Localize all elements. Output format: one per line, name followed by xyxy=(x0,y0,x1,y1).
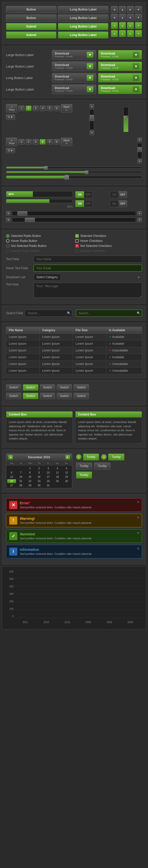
next-btn-1[interactable]: Next » xyxy=(61,104,72,113)
switch-btn-2-2[interactable]: Switch xyxy=(23,393,38,399)
tooltip-btn-2[interactable]: Tooltip xyxy=(108,454,124,461)
download-btn-green-3[interactable]: DownloadFreeware - 9.5mb ▼ xyxy=(98,73,142,83)
more-btn-2[interactable]: 5 ▼ xyxy=(6,148,15,153)
switch-btn-2-4[interactable]: Switch xyxy=(57,393,72,399)
checkbox-unselected-icon[interactable] xyxy=(75,244,79,248)
arrow-right-green[interactable]: ► xyxy=(127,22,134,29)
tooltip-btn-3[interactable]: Tooltip xyxy=(76,463,92,469)
alert-success-close[interactable]: ✕ xyxy=(137,531,140,535)
cal-day-10[interactable]: 10 xyxy=(44,471,53,474)
page-6-2[interactable]: 6 xyxy=(54,139,60,145)
cal-day-24[interactable]: 24 xyxy=(44,479,53,483)
download-btn-green-4[interactable]: DownloadFreeware - 9.5mb ▼ xyxy=(98,85,142,94)
arrow-right-1[interactable]: ► xyxy=(127,6,134,13)
cal-day-14[interactable]: 14 xyxy=(17,475,25,479)
switch-btn-1-4[interactable]: Switch xyxy=(57,384,72,391)
cal-day-13[interactable]: 13 xyxy=(7,475,16,479)
page-4-2[interactable]: 4 xyxy=(40,139,46,145)
arrow-up-1[interactable]: ▲ xyxy=(119,6,126,13)
cal-day-7[interactable]: 7 xyxy=(17,471,25,474)
page-3-1[interactable]: 3 xyxy=(33,105,39,111)
vertical-slider-thumb[interactable] xyxy=(124,116,128,118)
slider-track-3[interactable] xyxy=(6,176,142,179)
arrow-left-1[interactable]: ◄ xyxy=(111,6,118,13)
cal-day-22[interactable]: 22 xyxy=(26,479,34,483)
tooltip-btn-5[interactable]: Tooltip xyxy=(76,471,92,478)
scroll-handle-2[interactable] xyxy=(25,218,35,222)
download-btn-dark-3[interactable]: DownloadFreeware - 9.5mb ▼ xyxy=(52,73,96,83)
cal-day-30[interactable]: 30 xyxy=(35,484,44,487)
arrow-up-green-2[interactable]: ▲ xyxy=(119,30,126,37)
cal-day-15[interactable]: 15 xyxy=(26,475,34,479)
cal-day-6[interactable]: 6 xyxy=(7,471,16,474)
button-1[interactable]: Button xyxy=(6,6,56,13)
page-2-1[interactable]: 2 xyxy=(26,105,32,111)
cal-day-20-today[interactable]: 20 xyxy=(7,479,16,483)
text-field-input[interactable] xyxy=(33,256,142,262)
download-btn-green-1[interactable]: DownloadFreeware - 9.5mb ▼ xyxy=(98,50,142,60)
scroll-handle-right[interactable] xyxy=(138,147,142,152)
arrow-down-green-2[interactable]: ▼ xyxy=(135,30,142,37)
submit-2[interactable]: Submit xyxy=(6,32,56,38)
cal-day-1[interactable]: 1 xyxy=(26,467,34,470)
hover-text-field-input[interactable] xyxy=(33,265,142,272)
long-button-2[interactable]: Long Button Label xyxy=(58,14,108,22)
page-5-1[interactable]: 5 xyxy=(47,105,53,111)
checkbox-selected-icon[interactable] xyxy=(75,234,79,238)
switch-btn-1-2[interactable]: Switch xyxy=(23,384,38,391)
cal-day-18[interactable]: 18 xyxy=(53,475,62,479)
prev-btn-2[interactable]: « Prev xyxy=(6,137,17,146)
cal-day-27[interactable]: 27 xyxy=(7,484,16,487)
slider-track-2[interactable] xyxy=(6,171,142,173)
cal-day-21[interactable]: 21 xyxy=(17,479,25,483)
toggle-1[interactable]: ON OFF xyxy=(75,191,93,198)
switch-btn-2-1[interactable]: Switch xyxy=(6,393,21,399)
page-6-1[interactable]: 6 xyxy=(54,105,60,111)
page-1-1[interactable]: 1 xyxy=(18,105,24,111)
alert-error-close[interactable]: ✕ xyxy=(137,500,140,504)
tooltip-btn-4[interactable]: Tooltip xyxy=(94,463,110,469)
cal-day-5[interactable]: 5 xyxy=(62,467,71,470)
slider-track-1[interactable] xyxy=(6,166,142,168)
search-input-2[interactable] xyxy=(76,310,142,317)
toggle-4[interactable]: ON OFF xyxy=(109,200,127,207)
scroll-up-arrow[interactable]: ▲ xyxy=(90,104,94,108)
calendar-next[interactable]: ► xyxy=(66,455,70,460)
cal-day-31[interactable]: 31 xyxy=(44,484,53,487)
button-2[interactable]: Button xyxy=(6,14,56,22)
scroll-arrow-right-up[interactable]: ▲ xyxy=(138,137,142,142)
cal-day-29[interactable]: 29 xyxy=(26,484,34,487)
cal-day-26[interactable]: 26 xyxy=(62,479,71,483)
calendar-prev[interactable]: ◄ xyxy=(8,455,13,460)
cal-day-2[interactable]: 2 xyxy=(35,467,44,470)
arrow-left-2[interactable]: ◄ xyxy=(111,14,118,21)
arrow-right-green-2[interactable]: ► xyxy=(127,30,134,37)
page-1-2[interactable]: 1 xyxy=(18,139,24,145)
switch-btn-2-5[interactable]: Switch xyxy=(74,393,89,399)
alert-warning-close[interactable]: ✕ xyxy=(137,516,140,520)
cal-day-12[interactable]: 12 xyxy=(62,471,71,474)
scroll-down-arrow[interactable]: ▼ xyxy=(90,131,94,135)
download-btn-dark-1[interactable]: DownloadFreeware - 9.5mb ▼ xyxy=(52,50,96,60)
prev-btn-1[interactable]: « Prev xyxy=(6,104,17,113)
next-btn-2[interactable]: Next » xyxy=(61,137,72,146)
arrow-right-2[interactable]: ► xyxy=(127,14,134,21)
long-button-green-2[interactable]: Long Button Label xyxy=(58,32,108,38)
page-5-2[interactable]: 5 xyxy=(47,139,53,145)
radio-unselected-icon[interactable] xyxy=(6,244,9,248)
scroll-right-1[interactable]: ► xyxy=(138,211,142,216)
vertical-scroll-handle[interactable] xyxy=(90,115,94,121)
arrow-down-1[interactable]: ▼ xyxy=(135,6,142,13)
cal-day-9[interactable]: 9 xyxy=(35,471,44,474)
scroll-left-2[interactable]: ◄ xyxy=(6,218,10,222)
cal-day-8[interactable]: 8 xyxy=(26,471,34,474)
arrow-up-2[interactable]: ▲ xyxy=(119,14,126,21)
cal-day-16[interactable]: 16 xyxy=(35,475,44,479)
page-2-2[interactable]: 2 xyxy=(26,139,32,145)
textarea-input[interactable] xyxy=(33,283,142,298)
checkbox-hover-icon[interactable] xyxy=(75,239,79,243)
scroll-arrow-right-down[interactable]: ▼ xyxy=(138,159,142,164)
switch-btn-1-5[interactable]: Switch xyxy=(74,384,89,391)
cal-day-28[interactable]: 28 xyxy=(17,484,25,487)
arrow-down-2[interactable]: ▼ xyxy=(135,14,142,21)
